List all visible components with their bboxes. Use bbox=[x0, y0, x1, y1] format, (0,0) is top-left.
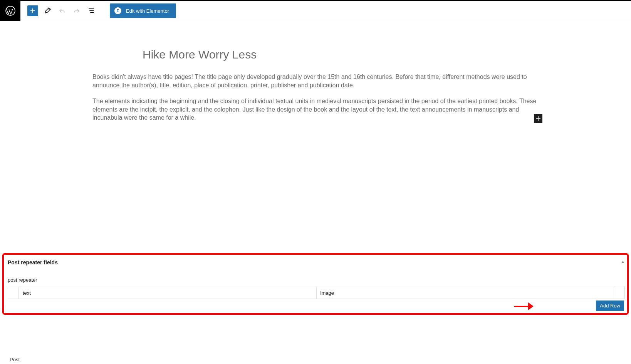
pencil-icon bbox=[44, 7, 51, 14]
editor-content: Hike More Worry Less Books didn't always… bbox=[0, 21, 631, 122]
post-title[interactable]: Hike More Worry Less bbox=[143, 48, 539, 61]
elementor-icon: E bbox=[114, 7, 121, 14]
undo-icon bbox=[59, 7, 65, 14]
paragraph-block[interactable]: The elements indicating the beginning an… bbox=[92, 97, 539, 122]
block-breadcrumb[interactable]: Post bbox=[10, 357, 20, 362]
repeater-column-text: text bbox=[19, 287, 317, 299]
redo-icon bbox=[73, 7, 80, 14]
elementor-button-label: Edit with Elementor bbox=[126, 8, 169, 14]
panel-title: Post repeater fields bbox=[8, 259, 625, 265]
paragraph-block[interactable]: Books didn't always have title pages! Th… bbox=[92, 73, 539, 89]
panel-collapse-toggle[interactable]: ▲ bbox=[621, 259, 625, 264]
wordpress-icon bbox=[5, 6, 15, 16]
redo-button[interactable] bbox=[71, 5, 82, 16]
plus-icon bbox=[30, 8, 36, 14]
add-block-button[interactable] bbox=[27, 5, 38, 16]
repeater-header-row: text image bbox=[8, 287, 625, 299]
edit-with-elementor-button[interactable]: E Edit with Elementor bbox=[110, 3, 176, 18]
repeater-field-label: post repeater bbox=[8, 277, 625, 283]
insert-block-button[interactable] bbox=[534, 114, 542, 123]
list-view-icon bbox=[88, 7, 95, 14]
document-outline-button[interactable] bbox=[86, 5, 97, 16]
repeater-drag-handle-column bbox=[8, 287, 19, 299]
undo-button[interactable] bbox=[57, 5, 67, 16]
repeater-column-image: image bbox=[317, 287, 614, 299]
repeater-actions-column bbox=[614, 287, 624, 299]
edit-tool-button[interactable] bbox=[42, 5, 53, 16]
wordpress-logo[interactable] bbox=[0, 1, 20, 21]
annotation-arrow bbox=[514, 302, 534, 310]
post-repeater-fields-panel: Post repeater fields ▲ post repeater tex… bbox=[2, 253, 629, 315]
add-row-button[interactable]: Add Row bbox=[596, 301, 624, 311]
top-toolbar: E Edit with Elementor bbox=[0, 1, 631, 21]
plus-icon bbox=[535, 116, 541, 121]
